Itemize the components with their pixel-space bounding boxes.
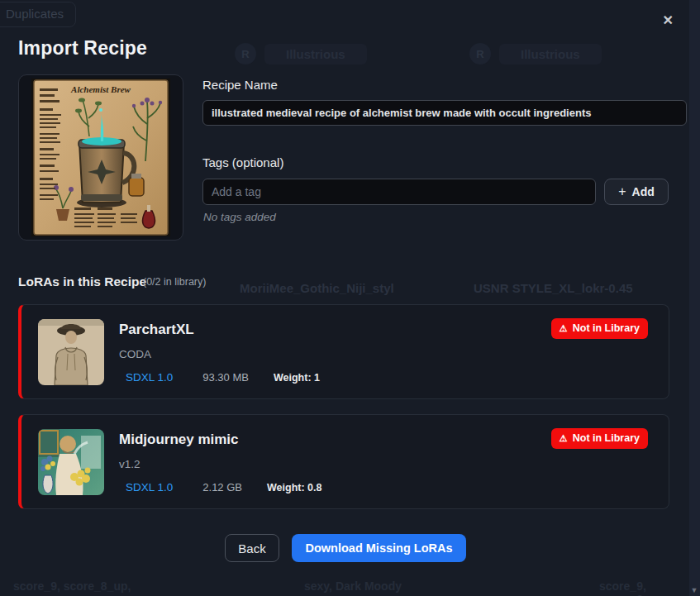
add-tag-button[interactable]: + Add (604, 179, 669, 205)
recipe-thumbnail-illustration: Alchemist Brew (31, 79, 170, 236)
lora-name: ParchartXL (119, 322, 320, 338)
background-model-badge: Illustrious (264, 44, 367, 64)
badge-label: Not in Library (573, 432, 640, 444)
lora-base-model: SDXL 1.0 (126, 371, 173, 384)
import-recipe-dialog: Duplicates R Illustrious R Illustrious M… (0, 0, 700, 596)
background-duplicates-button: Duplicates (0, 2, 76, 27)
download-missing-loras-button[interactable]: Download Missing LoRAs (292, 534, 466, 562)
scroll-down-icon[interactable]: ▼ (689, 586, 699, 594)
background-tag-text: sexy, Dark Moody (304, 579, 402, 593)
not-in-library-badge: ⚠ Not in Library (551, 428, 648, 449)
dialog-title: Import Recipe (18, 37, 147, 60)
not-in-library-badge: ⚠ Not in Library (551, 318, 648, 339)
recipe-thumbnail-card: Alchemist Brew (18, 74, 183, 241)
lora-weight: Weight: 1 (274, 372, 320, 384)
background-avatar: R (469, 43, 491, 64)
background-avatar: R (235, 43, 256, 64)
lora-name: Midjourney mimic (119, 432, 321, 448)
background-tag-text: score_9, score_8_up, (13, 579, 131, 593)
recipe-name-input[interactable] (202, 100, 687, 126)
lora-file-size: 2.12 GB (202, 481, 242, 493)
no-tags-message: No tags added (203, 211, 276, 223)
lora-version: CODA (119, 348, 320, 360)
background-model-badge: Illustrious (499, 44, 602, 64)
tag-input[interactable] (202, 179, 596, 205)
background-tag-text: score_9, score_8_up (599, 579, 700, 596)
lora-thumbnail (38, 319, 104, 385)
add-tag-label: Add (632, 185, 655, 198)
lora-base-model: SDXL 1.0 (126, 481, 173, 493)
background-gallery-card: R Illustrious (235, 43, 367, 64)
background-lora-name: MoriiMee_Gothic_Niji_styl (240, 281, 394, 295)
loras-section-heading: LoRAs in this Recipe (18, 274, 146, 289)
lora-card: ParchartXL CODA SDXL 1.0 93.30 MB Weight… (18, 304, 669, 399)
lora-weight: Weight: 0.8 (267, 482, 321, 493)
badge-label: Not in Library (573, 322, 640, 334)
lora-version: v1.2 (119, 458, 321, 470)
background-lora-name: USNR STYLE_XL_lokr-0.45 (474, 281, 633, 295)
back-button[interactable]: Back (225, 534, 279, 562)
close-icon[interactable]: ✕ (663, 14, 674, 27)
warning-icon: ⚠ (560, 434, 568, 443)
loras-library-count: (0/2 in library) (143, 276, 206, 288)
tags-label: Tags (optional) (202, 155, 283, 169)
warning-icon: ⚠ (560, 324, 568, 333)
lora-thumbnail (38, 429, 104, 495)
lora-file-size: 93.30 MB (202, 371, 249, 384)
background-gallery-card: R Illustrious (469, 43, 602, 64)
svg-text:Alchemist Brew: Alchemist Brew (70, 84, 131, 94)
scrollbar[interactable]: ▼ (689, 0, 700, 596)
recipe-name-label: Recipe Name (202, 78, 278, 92)
plus-icon: + (618, 184, 626, 199)
lora-card: Midjourney mimic v1.2 SDXL 1.0 2.12 GB W… (18, 414, 669, 509)
